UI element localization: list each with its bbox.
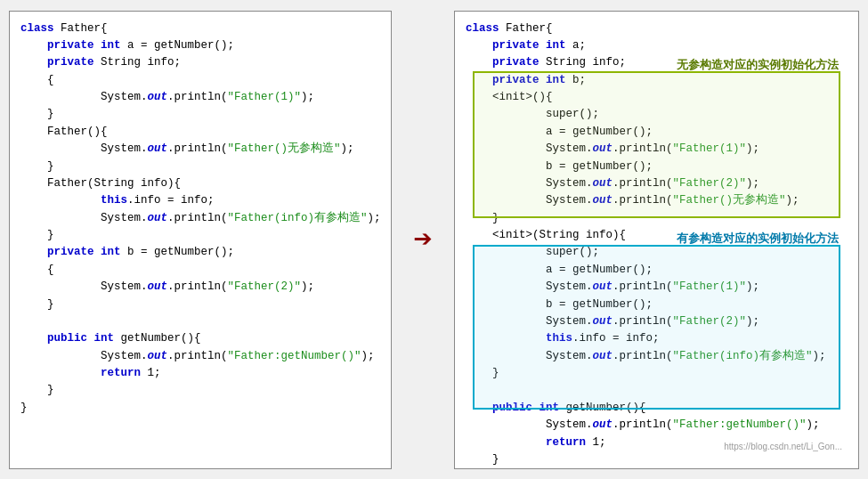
code-line: private int a; xyxy=(466,37,848,54)
watermark: https://blog.csdn.net/Li_Gon... xyxy=(724,440,842,454)
code-line xyxy=(20,313,380,330)
main-container: class Father{ private int a = getNumber(… xyxy=(0,0,868,479)
right-code-panel: 无参构造对应的实例初始化方法 有参构造对应的实例初始化方法 class Fath… xyxy=(454,11,859,469)
code-line: Father(){ xyxy=(20,124,380,141)
code-line: private String info; xyxy=(20,54,380,71)
code-line: this.info = info; xyxy=(20,192,380,209)
code-line: private int b = getNumber(); xyxy=(20,244,380,261)
code-line: { xyxy=(20,72,380,89)
code-line: } xyxy=(466,451,848,468)
code-line: Father(String info){ xyxy=(20,175,380,192)
code-line: class Father{ xyxy=(20,20,380,37)
code-line: } xyxy=(20,158,380,175)
code-line: return 1; xyxy=(20,365,380,382)
annotation-with-param: 有参构造对应的实例初始化方法 xyxy=(677,230,839,248)
code-line: System.out.println("Father(info)有参构造"); xyxy=(20,210,380,227)
arrow-icon: ➔ xyxy=(413,220,433,259)
annotation-no-param: 无参构造对应的实例初始化方法 xyxy=(677,56,839,74)
left-code-panel: class Father{ private int a = getNumber(… xyxy=(9,11,392,469)
green-highlight-box xyxy=(473,71,840,218)
code-line: } xyxy=(20,227,380,244)
code-line: private int a = getNumber(); xyxy=(20,37,380,54)
code-line: } xyxy=(20,400,380,417)
code-line: } xyxy=(20,106,380,123)
code-line: public int getNumber(){ xyxy=(20,330,380,347)
code-line: System.out.println("Father()无参构造"); xyxy=(20,141,380,158)
code-line: class Father{ xyxy=(466,20,848,37)
cyan-highlight-box xyxy=(473,245,840,410)
code-line: System.out.println("Father(1)"); xyxy=(20,89,380,106)
code-line: System.out.println("Father:getNumber()")… xyxy=(466,417,848,434)
code-line: } xyxy=(20,296,380,313)
right-code-content: 无参构造对应的实例初始化方法 有参构造对应的实例初始化方法 class Fath… xyxy=(466,20,848,459)
arrow-container: ➔ xyxy=(401,220,445,259)
code-line: { xyxy=(20,262,380,279)
code-line: } xyxy=(20,382,380,399)
code-line: System.out.println("Father:getNumber()")… xyxy=(20,348,380,365)
code-line: System.out.println("Father(2)"); xyxy=(20,279,380,296)
